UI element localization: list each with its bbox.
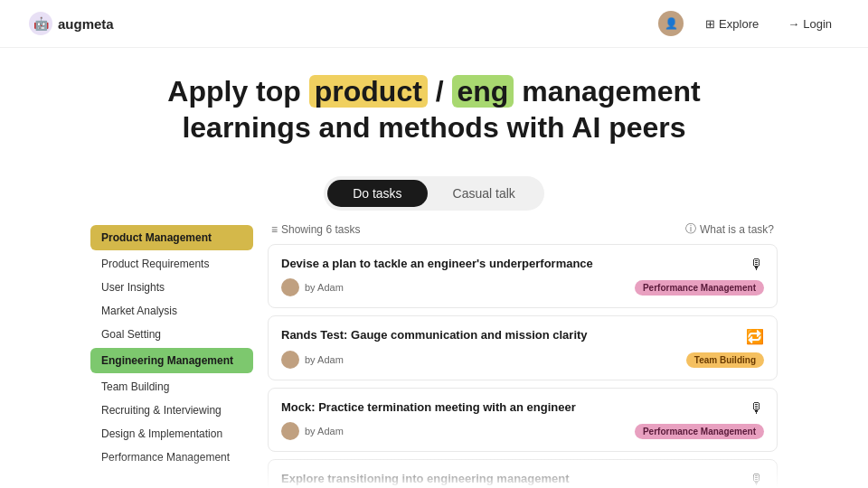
- help-icon: ⓘ: [685, 221, 696, 237]
- login-button[interactable]: → Login: [780, 14, 839, 34]
- task-top-0: Devise a plan to tackle an engineer's un…: [281, 256, 764, 273]
- nav-right: 👤 ⊞ Explore → Login: [658, 11, 839, 36]
- task-author-1: by Adam: [281, 351, 344, 369]
- task-bottom-0: by Adam Performance Management: [281, 278, 764, 296]
- task-author-2: by Adam: [281, 422, 344, 440]
- sidebar: Product Management Product Requirements …: [90, 221, 253, 488]
- sidebar-item-market-analysis[interactable]: Market Analysis: [90, 299, 253, 323]
- sidebar-header-product[interactable]: Product Management: [90, 225, 253, 250]
- main-content: Product Management Product Requirements …: [0, 221, 868, 488]
- eng-highlight: eng: [452, 75, 514, 108]
- login-icon: →: [788, 17, 799, 31]
- tasks-count: ≡ Showing 6 tasks: [271, 223, 360, 236]
- task-top-3: Explore transitioning into engineering m…: [281, 471, 764, 488]
- author-avatar-2: [281, 422, 299, 440]
- hero-title: Apply top product / eng management learn…: [18, 73, 850, 145]
- task-bottom-1: by Adam Team Building: [281, 351, 764, 369]
- sidebar-item-team-building[interactable]: Team Building: [90, 375, 253, 399]
- explore-button[interactable]: ⊞ Explore: [698, 14, 766, 34]
- task-top-1: Rands Test: Gauge communication and miss…: [281, 327, 764, 345]
- sidebar-section-engineering: Engineering Management Team Building Rec…: [90, 348, 253, 469]
- toggle-bar: Do tasks Casual talk: [0, 176, 868, 211]
- sidebar-item-user-insights[interactable]: User Insights: [90, 276, 253, 299]
- author-avatar-1: [281, 351, 299, 369]
- hero-section: Apply top product / eng management learn…: [0, 48, 868, 162]
- tasks-count-icon: ≡: [271, 223, 278, 236]
- author-label-2: by Adam: [305, 426, 344, 436]
- task-title-1: Rands Test: Gauge communication and miss…: [281, 327, 746, 343]
- task-tag-1: Team Building: [686, 352, 764, 368]
- sidebar-item-performance-management[interactable]: Performance Management: [90, 446, 253, 469]
- task-card-2[interactable]: Mock: Practice termination meeting with …: [268, 388, 778, 452]
- sidebar-item-goal-setting[interactable]: Goal Setting: [90, 323, 253, 346]
- task-title-2: Mock: Practice termination meeting with …: [281, 399, 750, 416]
- task-title-0: Devise a plan to tackle an engineer's un…: [281, 256, 750, 272]
- tasks-help[interactable]: ⓘ What is a task?: [685, 221, 774, 237]
- author-avatar-0: [281, 278, 299, 296]
- task-icon-2: 🎙: [750, 400, 764, 417]
- logo[interactable]: 🤖 augmeta: [29, 12, 114, 35]
- task-bottom-2: by Adam Performance Management: [281, 422, 764, 440]
- logo-text: augmeta: [58, 16, 114, 32]
- hero-line1: Apply top product / eng management: [167, 75, 700, 108]
- sidebar-item-product-requirements[interactable]: Product Requirements: [90, 252, 253, 276]
- toggle-container: Do tasks Casual talk: [324, 176, 544, 211]
- tasks-header: ≡ Showing 6 tasks ⓘ What is a task?: [268, 221, 778, 237]
- task-card-3[interactable]: Explore transitioning into engineering m…: [268, 459, 778, 488]
- task-card-1[interactable]: Rands Test: Gauge communication and miss…: [268, 315, 778, 380]
- task-card-0[interactable]: Devise a plan to tackle an engineer's un…: [268, 244, 778, 308]
- tasks-help-text: What is a task?: [700, 223, 774, 236]
- avatar[interactable]: 👤: [658, 11, 684, 36]
- task-icon-0: 🎙: [750, 257, 764, 273]
- sidebar-item-design-implementation[interactable]: Design & Implementation: [90, 422, 253, 446]
- logo-icon: 🤖: [29, 12, 52, 35]
- do-tasks-button[interactable]: Do tasks: [327, 180, 427, 207]
- task-author-0: by Adam: [281, 278, 344, 296]
- sidebar-section-product: Product Management Product Requirements …: [90, 225, 253, 346]
- task-icon-3: 🎙: [750, 472, 764, 488]
- task-title-3: Explore transitioning into engineering m…: [281, 471, 750, 487]
- sidebar-header-engineering[interactable]: Engineering Management: [90, 348, 253, 373]
- sidebar-item-recruiting[interactable]: Recruiting & Interviewing: [90, 399, 253, 422]
- task-icon-1: 🔁: [746, 328, 764, 345]
- task-top-2: Mock: Practice termination meeting with …: [281, 399, 764, 417]
- hero-line2: learnings and methods with AI peers: [182, 111, 685, 144]
- casual-talk-button[interactable]: Casual talk: [428, 180, 541, 207]
- tasks-panel: ≡ Showing 6 tasks ⓘ What is a task? Devi…: [253, 221, 778, 488]
- product-highlight: product: [309, 75, 428, 108]
- navbar: 🤖 augmeta 👤 ⊞ Explore → Login: [0, 0, 868, 48]
- task-tag-2: Performance Management: [635, 424, 764, 439]
- task-tag-0: Performance Management: [635, 280, 764, 296]
- author-label-0: by Adam: [305, 282, 344, 293]
- grid-icon: ⊞: [705, 17, 715, 31]
- tasks-count-text: Showing 6 tasks: [281, 223, 360, 236]
- author-label-1: by Adam: [305, 354, 344, 365]
